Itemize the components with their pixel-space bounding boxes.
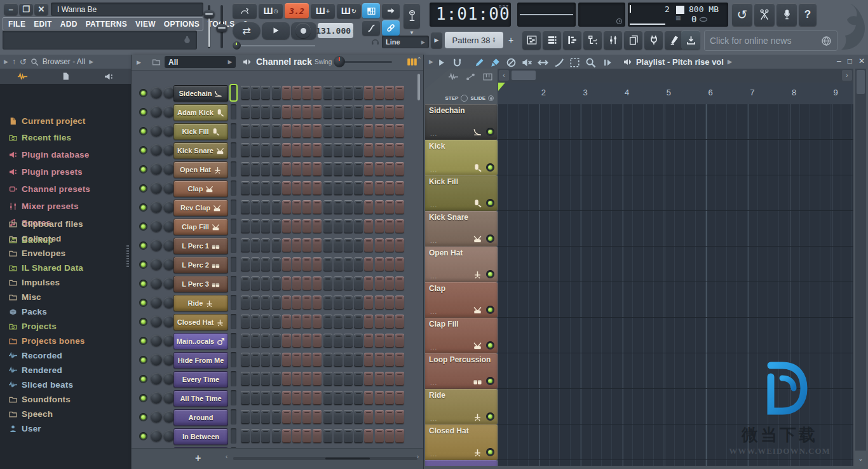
- step-button[interactable]: [302, 391, 311, 405]
- cpu-memory-panel[interactable]: 2 800 MB ▦ 0: [628, 3, 728, 27]
- step-button[interactable]: [313, 124, 322, 138]
- playlist-hscroll-thumb[interactable]: [512, 71, 536, 80]
- chevron-down-icon[interactable]: ▼: [409, 30, 414, 36]
- step-button[interactable]: [334, 315, 342, 329]
- step-button[interactable]: [241, 429, 250, 443]
- step-button[interactable]: [261, 105, 270, 119]
- step-button[interactable]: [323, 238, 332, 252]
- channel-pan-knob[interactable]: [151, 373, 162, 384]
- step-button[interactable]: [251, 334, 260, 348]
- step-button[interactable]: [292, 391, 301, 405]
- step-button[interactable]: [344, 105, 353, 119]
- browser-item-clipboard-files[interactable]: Clipboard files: [9, 217, 83, 230]
- step-button[interactable]: [334, 334, 342, 348]
- browser-scrollbar[interactable]: [126, 245, 129, 268]
- oscilloscope-panel[interactable]: [517, 3, 576, 27]
- playlist-track-loop-percussion[interactable]: Loop Percussion...: [425, 353, 498, 389]
- browser-menu-arrow-icon[interactable]: ▶: [4, 58, 8, 65]
- channel-enable-led[interactable]: [139, 241, 147, 250]
- channel-pan-knob[interactable]: [151, 316, 162, 327]
- step-button[interactable]: [354, 124, 363, 138]
- step-button[interactable]: [354, 200, 363, 214]
- step-button[interactable]: [364, 334, 373, 348]
- step-button[interactable]: [364, 124, 373, 138]
- playlist-track-kick-fill[interactable]: Kick Fill...: [425, 175, 498, 211]
- step-button[interactable]: [354, 334, 363, 348]
- step-button[interactable]: [302, 315, 311, 329]
- channel-select-strip[interactable]: [231, 257, 236, 272]
- step-button[interactable]: [334, 143, 342, 157]
- step-button[interactable]: [272, 143, 281, 157]
- browser-item-mixer-presets[interactable]: Mixer presets: [9, 200, 79, 212]
- step-button[interactable]: [364, 238, 373, 252]
- step-button[interactable]: [302, 124, 311, 138]
- channel-select-strip[interactable]: [231, 371, 236, 386]
- step-button[interactable]: [282, 276, 291, 290]
- step-button[interactable]: [251, 276, 260, 290]
- step-button[interactable]: [395, 200, 404, 214]
- track-options[interactable]: ...: [430, 379, 437, 386]
- step-button[interactable]: [364, 257, 373, 271]
- channel-pan-knob[interactable]: [151, 278, 162, 289]
- step-button[interactable]: [282, 315, 291, 329]
- step-button[interactable]: [313, 181, 322, 195]
- step-button[interactable]: [395, 143, 404, 157]
- playlist-track-ride[interactable]: Ride...: [425, 389, 498, 425]
- step-button[interactable]: [261, 391, 270, 405]
- step-button[interactable]: [241, 372, 250, 386]
- channel-enable-led[interactable]: [139, 146, 147, 154]
- browser-tab-plugins-icon[interactable]: [104, 72, 114, 81]
- step-button[interactable]: [334, 181, 342, 195]
- channel-rack-window-button[interactable]: [543, 31, 561, 50]
- step-button[interactable]: [282, 143, 291, 157]
- channel-select-strip[interactable]: [231, 295, 236, 310]
- step-button[interactable]: [354, 86, 363, 100]
- step-button[interactable]: [251, 124, 260, 138]
- step-button[interactable]: [354, 372, 363, 386]
- step-button[interactable]: [292, 162, 301, 176]
- channel-button[interactable]: L Perc 1: [173, 238, 228, 254]
- step-button[interactable]: [354, 162, 363, 176]
- swing-slider[interactable]: [335, 61, 392, 63]
- step-button[interactable]: [241, 200, 250, 214]
- step-button[interactable]: [302, 162, 311, 176]
- minimize-button[interactable]: –: [4, 3, 18, 15]
- channel-select-strip[interactable]: [231, 219, 236, 234]
- channel-pan-knob[interactable]: [151, 106, 162, 118]
- track-enable-led[interactable]: [486, 270, 494, 278]
- metronome-button[interactable]: Ш◷: [259, 3, 283, 18]
- step-button[interactable]: [272, 162, 281, 176]
- step-button[interactable]: [375, 276, 384, 290]
- playlist-menu-arrow-icon[interactable]: ▶: [429, 58, 433, 65]
- channel-pan-knob[interactable]: [151, 297, 162, 308]
- step-button[interactable]: [261, 296, 270, 309]
- menu-options[interactable]: OPTIONS: [164, 20, 200, 29]
- play-button[interactable]: [262, 22, 290, 39]
- rack-scroll-up-icon[interactable]: ⌃: [417, 56, 422, 63]
- restore-button[interactable]: ❐: [19, 3, 33, 15]
- step-button[interactable]: [375, 238, 384, 252]
- rack-horizontal-scrollbar[interactable]: [233, 457, 417, 460]
- pattern-spinner[interactable]: ▲▼: [492, 37, 496, 43]
- step-button[interactable]: [251, 200, 260, 214]
- step-button[interactable]: [334, 86, 342, 100]
- step-button[interactable]: [313, 296, 322, 309]
- step-button[interactable]: [302, 353, 311, 367]
- step-button[interactable]: [364, 372, 373, 386]
- step-button[interactable]: [375, 257, 384, 271]
- step-button[interactable]: [292, 429, 301, 443]
- step-button[interactable]: [344, 353, 353, 367]
- step-button[interactable]: [344, 200, 353, 214]
- track-enable-led[interactable]: [486, 377, 494, 385]
- step-button[interactable]: [344, 143, 353, 157]
- step-button[interactable]: [282, 162, 291, 176]
- step-button[interactable]: [241, 219, 250, 233]
- channel-enable-led[interactable]: [139, 318, 147, 326]
- step-button[interactable]: [282, 200, 291, 214]
- channel-pan-knob[interactable]: [151, 411, 162, 423]
- step-button[interactable]: [334, 391, 342, 405]
- channel-button[interactable]: Kick Fill: [173, 123, 228, 140]
- step-button[interactable]: [354, 105, 363, 119]
- playlist-scroll-down-icon[interactable]: ⌄: [855, 451, 866, 466]
- browser-item-impulses[interactable]: Impulses: [9, 276, 60, 289]
